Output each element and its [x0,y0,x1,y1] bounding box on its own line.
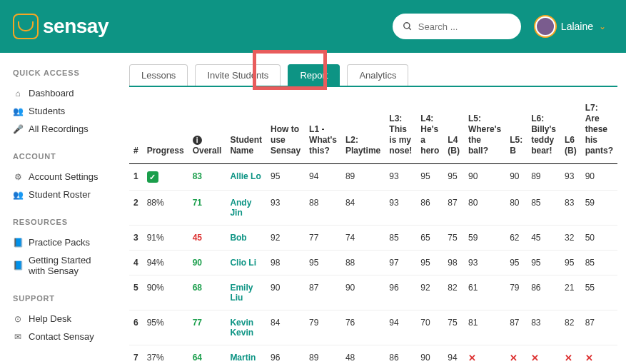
cell-score: 98 [266,251,305,275]
main-content: LessonsInvite StudentsReportAnalytics #P… [121,53,626,364]
tab-report[interactable]: Report [288,64,340,86]
cell-score: 87 [305,275,341,310]
tab-invite-students[interactable]: Invite Students [195,64,281,86]
cell-progress: 88% [143,191,188,226]
cell-score: 75 [443,226,464,251]
cell-score: 86 [416,191,443,226]
cell-overall: 45 [188,226,226,251]
sidebar: QUICK ACCESS⌂Dashboard👥Students🎤All Reco… [0,53,121,364]
brand-logo[interactable]: sensay [13,14,108,39]
cell-score: 50 [581,226,617,251]
sidebar-item[interactable]: 👥Students [13,102,108,120]
cell-progress: 94% [143,251,188,275]
cell-student-name[interactable]: Bob [226,226,266,251]
sidebar-item[interactable]: 📘Getting Started with Sensay [13,251,108,280]
cell-score: 96 [385,275,416,310]
cell-row-number: 4 [129,251,143,275]
sidebar-heading: RESOURCES [13,218,108,226]
cell-score: 88 [305,191,341,226]
col-header: L6: Billy's teddy bear! [527,100,560,164]
sidebar-item[interactable]: ⚙Account Settings [13,168,108,186]
sidebar-item-icon: ✉ [13,332,23,342]
sidebar-item-icon: 🎤 [13,124,23,134]
col-header: # [129,100,143,164]
tab-lessons[interactable]: Lessons [129,64,188,86]
cell-score: 92 [416,275,443,310]
search-input-wrapper[interactable] [393,14,521,39]
cell-student-name[interactable]: Allie Lo [226,164,266,191]
cell-score: 70 [416,310,443,345]
info-icon[interactable]: i [193,136,202,145]
cell-overall: 77 [188,310,226,345]
cell-overall: 64 [188,345,226,365]
col-header: L1 - What's this? [305,100,341,164]
cell-score: ✕ [581,345,617,365]
table-row: 695%77Kevin Kevin8479769470758187838287 [129,310,617,345]
cell-score: 79 [505,275,527,310]
tab-bar: LessonsInvite StudentsReportAnalytics [129,64,617,87]
cross-icon: ✕ [565,353,572,363]
cell-student-name[interactable]: Martin Weng [226,345,266,365]
cell-student-name[interactable]: Kevin Kevin [226,310,266,345]
cell-overall: 83 [188,164,226,191]
sidebar-item-icon: ⌂ [13,89,23,98]
cell-score: 87 [505,310,527,345]
col-header: L2: Playtime [341,100,385,164]
cell-student-name[interactable]: Emily Liu [226,275,266,310]
cell-score: 88 [341,251,385,275]
tab-analytics[interactable]: Analytics [347,64,408,86]
sidebar-item-label: Practice Packs [29,237,90,248]
cell-score: 94 [443,345,464,365]
cell-row-number: 2 [129,191,143,226]
svg-line-1 [409,28,411,30]
sidebar-item[interactable]: 👥Student Roster [13,186,108,203]
table-row: 494%90Clio Li9895889795989395959585 [129,251,617,275]
cell-score: 48 [341,345,385,365]
cell-progress: 91% [143,226,188,251]
col-header: L4 (B) [443,100,464,164]
col-header: L7: Are these his pants? [581,100,617,164]
cell-progress: 95% [143,310,188,345]
cell-score: 93 [266,191,305,226]
cell-progress: ✓ [143,164,188,191]
cell-score: 89 [305,345,341,365]
sidebar-item-icon: 📘 [13,238,23,248]
col-header: iOverall [188,100,226,164]
cell-score: 95 [527,251,560,275]
user-menu[interactable]: Lalaine ⌄ [535,16,606,36]
sidebar-item[interactable]: 🎤All Recordings [13,120,108,138]
cell-score: 90 [266,275,305,310]
col-header: Progress [143,100,188,164]
cell-student-name[interactable]: Clio Li [226,251,266,275]
table-row: 590%68Emily Liu9087909692826179862155 [129,275,617,310]
col-header: Student Name [226,100,266,164]
sidebar-item[interactable]: ⊙Help Desk [13,310,108,328]
cross-icon: ✕ [585,353,593,363]
cell-score: 90 [416,345,443,365]
cell-score: 95 [443,164,464,191]
cell-overall: 68 [188,275,226,310]
search-input[interactable] [418,21,538,32]
cell-score: 94 [385,310,416,345]
brand-name: sensay [43,15,108,38]
sidebar-item[interactable]: ✉Contact Sensay [13,328,108,345]
cell-score: 97 [385,251,416,275]
check-icon: ✓ [147,171,158,183]
cell-score: 81 [464,310,505,345]
cell-score: 90 [341,275,385,310]
cell-student-name[interactable]: Andy Jin [226,191,266,226]
col-header: L5: B [505,100,527,164]
cell-score: 83 [560,191,581,226]
sidebar-heading: QUICK ACCESS [13,69,108,77]
cell-score: 59 [581,191,617,226]
cell-score: 65 [416,226,443,251]
sidebar-item[interactable]: ⌂Dashboard [13,84,108,102]
cell-score: 93 [385,191,416,226]
sidebar-item[interactable]: 📘Practice Packs [13,233,108,251]
sidebar-heading: ACCOUNT [13,152,108,161]
table-row: 737%64Martin Weng968948869094✕✕✕✕✕ [129,345,617,365]
cell-score: 90 [505,164,527,191]
cell-score: 82 [560,310,581,345]
cell-score: 92 [266,226,305,251]
table-row: 1✓83Allie Lo9594899395959090899390 [129,164,617,191]
